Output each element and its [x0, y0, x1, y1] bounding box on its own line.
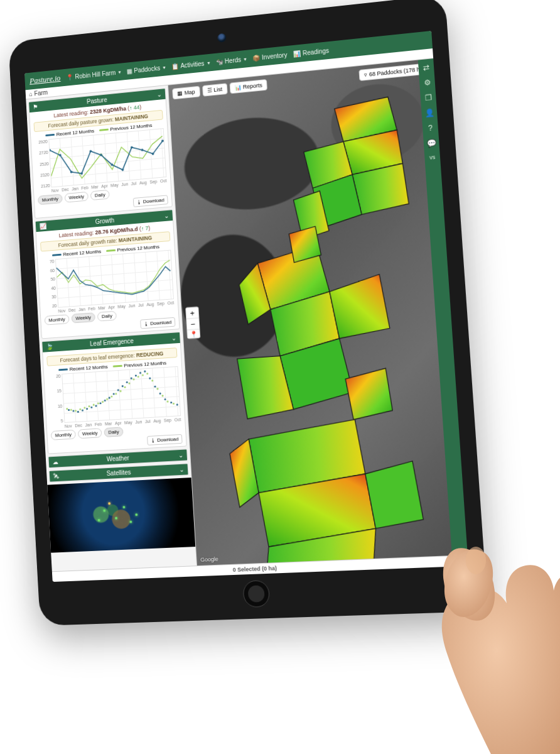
- main-split: ⚑ Pasture Latest reading: 2328 KgDM/ha (…: [26, 58, 468, 571]
- leaf-icon: 🍃: [46, 343, 53, 350]
- svg-point-29: [142, 374, 144, 376]
- zoom-out-button[interactable]: −: [186, 319, 199, 331]
- svg-point-25: [124, 386, 126, 388]
- svg-point-53: [144, 370, 146, 372]
- svg-marker-69: [329, 274, 390, 339]
- svg-point-42: [95, 405, 97, 407]
- svg-marker-75: [365, 461, 424, 528]
- tool-help-icon[interactable]: ?: [428, 124, 433, 133]
- svg-point-23: [115, 393, 117, 395]
- chevron-down-icon[interactable]: [178, 452, 183, 459]
- satellite-globe[interactable]: [47, 478, 195, 553]
- nav-activities[interactable]: 📋 Activities: [171, 59, 210, 70]
- nav-activities-label: Activities: [180, 60, 205, 69]
- tab-weekly[interactable]: Weekly: [78, 428, 102, 439]
- pin-icon: 📍: [66, 74, 73, 81]
- selection-count: 0 Selected (0 ha): [232, 565, 277, 573]
- chevron-down-icon[interactable]: [164, 212, 169, 219]
- svg-point-17: [89, 405, 90, 407]
- svg-point-35: [173, 403, 175, 405]
- svg-point-15: [79, 408, 81, 410]
- brand-logo[interactable]: Pasture.io: [30, 73, 61, 85]
- tab-monthly[interactable]: Monthly: [38, 194, 63, 205]
- nav-farm-name: Robin Hill Farm: [75, 69, 116, 80]
- inventory-icon: 📦: [252, 54, 260, 62]
- chevron-down-icon[interactable]: [156, 91, 161, 98]
- tab-daily[interactable]: Daily: [97, 311, 117, 322]
- nav-paddocks[interactable]: ▦ Paddocks: [127, 64, 166, 75]
- chevron-down-icon[interactable]: [179, 466, 184, 473]
- tab-daily[interactable]: Daily: [104, 427, 124, 437]
- svg-point-27: [132, 378, 134, 380]
- svg-point-57: [164, 398, 166, 400]
- tool-user-icon[interactable]: 👤: [424, 108, 434, 118]
- sidebar: ⚑ Pasture Latest reading: 2328 KgDM/ha (…: [26, 85, 197, 572]
- nav-inventory-label: Inventory: [262, 51, 288, 60]
- panel-satellites-title: Satellites: [62, 466, 175, 479]
- pasture-chart: [48, 128, 166, 187]
- panel-leaf: 🍃 Leaf Emergence Forecast days to leaf e…: [41, 332, 186, 454]
- svg-point-37: [72, 410, 74, 412]
- leaf-download-button[interactable]: ⭳ Download: [147, 434, 183, 445]
- home-icon[interactable]: ⌂: [29, 90, 33, 97]
- locate-button[interactable]: 📍: [187, 329, 200, 338]
- svg-point-31: [151, 380, 153, 381]
- svg-point-22: [110, 395, 112, 397]
- svg-point-33: [161, 395, 163, 396]
- weather-icon: ☁: [52, 459, 58, 466]
- svg-point-36: [68, 409, 70, 411]
- growth-icon: 📈: [39, 222, 46, 230]
- tablet-home-button[interactable]: [242, 580, 270, 608]
- svg-point-54: [149, 378, 151, 380]
- tab-daily[interactable]: Daily: [90, 190, 110, 200]
- svg-point-30: [146, 373, 148, 374]
- svg-point-52: [139, 372, 141, 374]
- tab-monthly[interactable]: Monthly: [51, 430, 76, 440]
- panel-pasture: ⚑ Pasture Latest reading: 2328 KgDM/ha (…: [28, 88, 173, 219]
- svg-point-16: [83, 407, 85, 408]
- tool-chat-icon[interactable]: 💬: [426, 138, 436, 148]
- tool-layers-icon[interactable]: ❐: [424, 93, 432, 102]
- svg-point-44: [104, 400, 106, 402]
- paddocks-icon: ▦: [127, 67, 132, 75]
- tablet-frame: Pasture.io 📍 Robin Hill Farm ▦ Paddocks …: [8, 0, 488, 626]
- panel-weather-title: Weather: [62, 452, 175, 465]
- zoom-in-button[interactable]: +: [186, 307, 198, 319]
- svg-point-45: [109, 397, 110, 399]
- tool-gear-icon[interactable]: ⚙: [423, 78, 431, 87]
- tool-vs-label[interactable]: vs: [429, 154, 436, 161]
- nav-herds[interactable]: 🐄 Herds: [215, 55, 247, 65]
- pasture-download-button[interactable]: ⭳ Download: [133, 195, 168, 207]
- svg-point-40: [86, 408, 88, 410]
- tab-weekly[interactable]: Weekly: [72, 312, 95, 323]
- svg-point-12: [66, 408, 68, 410]
- nav-readings[interactable]: 📊 Readings: [293, 47, 329, 58]
- svg-marker-78: [345, 368, 393, 420]
- nav-inventory[interactable]: 📦 Inventory: [252, 51, 288, 61]
- app-screen: Pasture.io 📍 Robin Hill Farm ▦ Paddocks …: [24, 31, 468, 582]
- chevron-down-icon[interactable]: [171, 334, 176, 341]
- tool-shuffle-icon[interactable]: ⇄: [423, 63, 429, 72]
- activities-icon: 📋: [171, 62, 179, 70]
- panel-growth: 📈 Growth Latest reading: 28.76 KgDM/ha.d…: [35, 209, 180, 339]
- nav-farm-selector[interactable]: 📍 Robin Hill Farm: [66, 68, 121, 81]
- nav-readings-label: Readings: [303, 47, 330, 57]
- svg-point-32: [156, 388, 158, 390]
- svg-point-21: [106, 398, 108, 400]
- map-attribution: Google: [200, 556, 218, 563]
- svg-point-18: [93, 404, 95, 406]
- growth-download-button[interactable]: ⭳ Download: [140, 317, 175, 329]
- nav-herds-label: Herds: [225, 56, 242, 64]
- svg-point-24: [119, 390, 121, 392]
- map-area[interactable]: ▦ Map ☰ List 📊 Reports ▿ 68 Paddocks (17…: [168, 58, 468, 566]
- herds-icon: 🐄: [215, 58, 223, 65]
- growth-yaxis: 7060 5040 3020: [41, 259, 57, 309]
- flag-icon: ⚑: [33, 103, 38, 110]
- breadcrumb-farm[interactable]: Farm: [34, 89, 48, 97]
- svg-point-56: [159, 393, 161, 395]
- tab-monthly[interactable]: Monthly: [45, 314, 70, 325]
- svg-point-46: [113, 393, 115, 395]
- nav-paddocks-label: Paddocks: [134, 64, 160, 74]
- tab-weekly[interactable]: Weekly: [65, 192, 89, 203]
- svg-point-38: [77, 411, 79, 413]
